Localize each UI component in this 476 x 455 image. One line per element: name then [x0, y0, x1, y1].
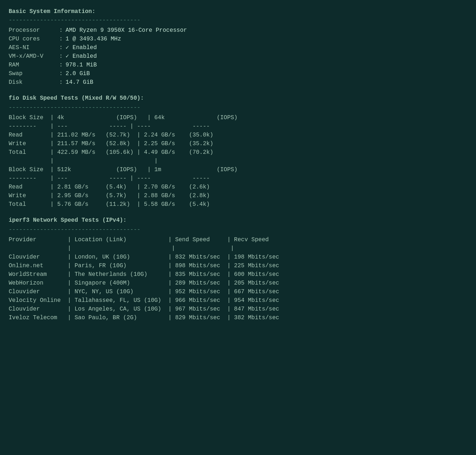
system-field-row: VM-x/AMD-V:✓ Enabled [9, 52, 467, 61]
field-key: Processor [9, 26, 59, 35]
field-sep: : [59, 61, 63, 69]
system-field-row: CPU cores:1 @ 3493.436 MHz [9, 35, 467, 43]
field-val: 1 @ 3493.436 MHz [66, 35, 121, 43]
field-key: Swap [9, 69, 59, 78]
system-info-section: Basic System Information: --------------… [9, 7, 467, 87]
field-val: ✓ Enabled [66, 52, 97, 61]
system-title: Basic System Information: [9, 7, 467, 16]
disk-section: fio Disk Speed Tests (Mixed R/W 50/50): … [9, 94, 467, 209]
system-field-row: AES-NI:✓ Enabled [9, 43, 467, 52]
disk-divider: -------------------------------------- [9, 103, 467, 112]
field-key: Disk [9, 78, 59, 87]
field-sep: : [59, 69, 63, 78]
system-field-row: Swap:2.0 GiB [9, 69, 467, 78]
field-key: CPU cores [9, 35, 59, 43]
system-field-row: Processor:AMD Ryzen 9 3950X 16-Core Proc… [9, 26, 467, 35]
system-divider: -------------------------------------- [9, 16, 467, 25]
network-table: Provider | Location (Link) | Send Speed … [9, 235, 467, 322]
disk-table: Block Size | 4k (IOPS) | 64k (IOPS) ----… [9, 113, 467, 209]
field-val: AMD Ryzen 9 3950X 16-Core Processor [66, 26, 187, 35]
network-section: iperf3 Network Speed Tests (IPv4): -----… [9, 216, 467, 322]
field-key: VM-x/AMD-V [9, 52, 59, 61]
system-field-row: RAM:978.1 MiB [9, 61, 467, 69]
field-val: 978.1 MiB [66, 61, 97, 69]
network-divider: -------------------------------------- [9, 225, 467, 234]
network-title: iperf3 Network Speed Tests (IPv4): [9, 216, 467, 225]
field-val: 2.0 GiB [66, 69, 90, 78]
system-fields: Processor:AMD Ryzen 9 3950X 16-Core Proc… [9, 26, 467, 87]
field-sep: : [59, 35, 63, 43]
field-key: AES-NI [9, 43, 59, 52]
field-sep: : [59, 52, 63, 61]
system-field-row: Disk:14.7 GiB [9, 78, 467, 87]
field-sep: : [59, 43, 63, 52]
field-val: 14.7 GiB [66, 78, 94, 87]
field-sep: : [59, 78, 63, 87]
field-key: RAM [9, 61, 59, 69]
disk-title: fio Disk Speed Tests (Mixed R/W 50/50): [9, 94, 467, 103]
page-content: Basic System Information: --------------… [9, 7, 467, 322]
field-sep: : [59, 26, 63, 35]
field-val: ✓ Enabled [66, 43, 97, 52]
